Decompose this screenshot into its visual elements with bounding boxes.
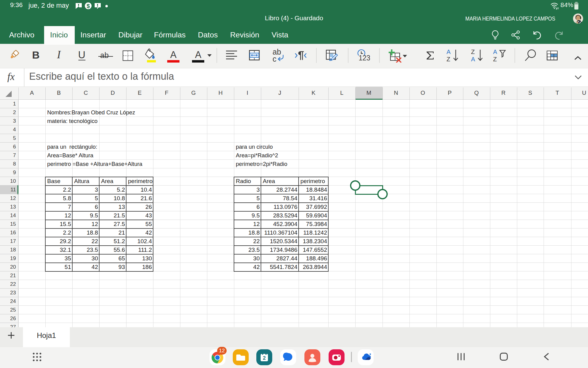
- svg-text:A: A: [493, 49, 497, 55]
- svg-text:Z: Z: [471, 49, 475, 55]
- svg-text:A: A: [471, 56, 475, 62]
- svg-text:Z: Z: [493, 56, 497, 62]
- svg-text:Z: Z: [447, 56, 450, 62]
- svg-text:123: 123: [359, 54, 370, 62]
- svg-text:2: 2: [263, 355, 266, 361]
- svg-text:$: $: [87, 3, 90, 9]
- svg-text:A: A: [447, 49, 451, 55]
